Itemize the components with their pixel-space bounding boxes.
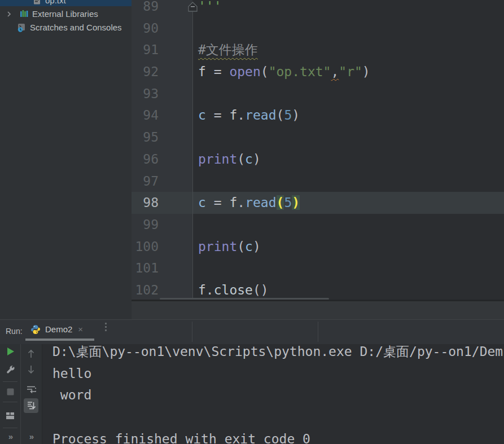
code-token: ( xyxy=(261,64,269,79)
toolbar-separator xyxy=(318,322,318,342)
code-line[interactable] xyxy=(198,257,370,279)
line-number[interactable]: 98 xyxy=(132,192,159,214)
code-token: = xyxy=(206,195,230,210)
code-line[interactable]: f = open("op.txt","r") xyxy=(198,61,370,83)
code-token: #文件操作 xyxy=(198,42,258,57)
toolbar-separator xyxy=(192,322,192,342)
code-token: ( xyxy=(237,152,245,166)
run-tab-demo2[interactable]: Demo2 × xyxy=(27,320,86,339)
line-number[interactable]: 102 xyxy=(132,279,159,300)
toolbar-divider xyxy=(3,381,17,382)
line-number[interactable]: 94 xyxy=(132,104,159,126)
fold-region-line xyxy=(192,9,193,300)
code-token: 5 xyxy=(284,108,292,122)
more-icon[interactable]: » xyxy=(3,429,17,443)
code-token: = xyxy=(206,64,230,79)
settings-wrench-icon[interactable] xyxy=(3,363,17,376)
line-number[interactable]: 92 xyxy=(132,61,159,83)
tree-item-label: External Libraries xyxy=(32,9,98,19)
down-arrow-icon xyxy=(24,363,38,376)
code-token: "op.txt" xyxy=(269,64,331,79)
code-line[interactable] xyxy=(198,126,370,148)
toolbar-divider xyxy=(3,402,17,402)
code-token: f xyxy=(229,108,237,122)
code-token: open xyxy=(229,64,260,79)
console-line: D:\桌面\py--on1\venv\Scripts\python.exe D:… xyxy=(52,344,503,363)
line-number-column: 8990919293949596979899100101102 xyxy=(132,0,159,300)
code-token: print xyxy=(198,239,237,254)
code-token: ) xyxy=(292,108,300,122)
console-line: word xyxy=(52,384,503,406)
rerun-icon[interactable] xyxy=(3,345,17,358)
code-line[interactable] xyxy=(198,17,370,39)
soft-wrap-icon[interactable] xyxy=(24,383,38,396)
code-token: c xyxy=(198,108,206,122)
code-line[interactable] xyxy=(198,170,370,192)
chevron-right-icon[interactable] xyxy=(5,10,14,19)
code-line[interactable]: c = f.read(5) xyxy=(198,104,370,126)
line-number[interactable]: 93 xyxy=(132,83,159,105)
code-token: ) xyxy=(253,152,261,166)
toolbar-divider xyxy=(3,428,17,428)
close-icon[interactable]: × xyxy=(78,324,83,334)
line-number[interactable]: 96 xyxy=(132,148,159,170)
code-token: print xyxy=(198,152,237,166)
code-line[interactable]: #文件操作 xyxy=(198,39,370,61)
line-number[interactable]: 101 xyxy=(132,257,159,279)
code-token: ( xyxy=(277,108,284,122)
code-token: f xyxy=(198,283,206,297)
code-token: . xyxy=(237,195,245,210)
editor-run-splitter[interactable] xyxy=(132,301,504,319)
code-line[interactable] xyxy=(198,83,370,105)
more-icon[interactable]: » xyxy=(24,429,38,443)
tree-item-label: Scratches and Consoles xyxy=(30,23,122,32)
code-token: = xyxy=(206,108,230,122)
line-number[interactable]: 97 xyxy=(132,170,159,192)
line-number[interactable]: 100 xyxy=(132,236,159,258)
code-line[interactable]: c = f.read(5) xyxy=(198,192,370,214)
code-token: f xyxy=(198,64,206,79)
code-token: , xyxy=(331,64,339,79)
stop-icon xyxy=(3,385,17,398)
console-line: Process finished with exit code 0 xyxy=(52,428,503,444)
code-line[interactable]: ''' xyxy=(198,0,370,17)
code-token: () xyxy=(253,283,269,297)
run-console[interactable]: D:\桌面\py--on1\venv\Scripts\python.exe D:… xyxy=(42,344,504,444)
code-token: ( xyxy=(237,239,245,254)
code-editor[interactable]: 8990919293949596979899100101102 '''#文件操作… xyxy=(132,0,504,300)
line-number[interactable]: 90 xyxy=(132,17,159,39)
fold-collapse-icon[interactable] xyxy=(187,0,198,15)
text-file-icon xyxy=(32,0,41,5)
console-output: D:\桌面\py--on1\venv\Scripts\python.exe D:… xyxy=(52,344,503,444)
line-number[interactable]: 89 xyxy=(132,0,159,17)
code-token: read xyxy=(245,195,276,210)
code-line[interactable]: print(c) xyxy=(198,148,370,170)
code-line[interactable] xyxy=(198,214,370,236)
code-line[interactable]: print(c) xyxy=(198,236,370,258)
project-tree-panel: op.txt External Libraries Sc xyxy=(0,0,132,319)
scroll-to-end-icon[interactable] xyxy=(24,398,38,413)
code-token: "r" xyxy=(339,64,362,79)
line-number[interactable]: 91 xyxy=(132,39,159,61)
tree-item-scratches[interactable]: Scratches and Consoles xyxy=(0,21,132,33)
tree-item-op-txt[interactable]: op.txt xyxy=(0,0,132,6)
restore-layout-icon[interactable] xyxy=(3,409,17,423)
run-toolwindow-header: Run: Demo2 × xyxy=(0,319,504,344)
code-token: ) xyxy=(362,64,370,79)
drag-handle-icon[interactable] xyxy=(105,323,107,331)
console-line: hello xyxy=(52,363,503,385)
code-token: ) xyxy=(292,195,300,210)
python-icon xyxy=(30,324,41,335)
code-token: 5 xyxy=(284,195,292,210)
code-token: ( xyxy=(277,195,284,210)
code-token: . xyxy=(206,283,214,297)
code-token: . xyxy=(237,108,245,122)
line-number[interactable]: 95 xyxy=(132,126,159,148)
scratches-icon xyxy=(17,23,26,32)
code-token: close xyxy=(214,283,253,297)
code-token: c xyxy=(198,195,206,210)
code-line[interactable]: f.close() xyxy=(198,279,370,300)
console-line xyxy=(52,406,503,428)
line-number[interactable]: 99 xyxy=(132,214,159,236)
tree-item-external-libraries[interactable]: External Libraries xyxy=(0,8,132,20)
